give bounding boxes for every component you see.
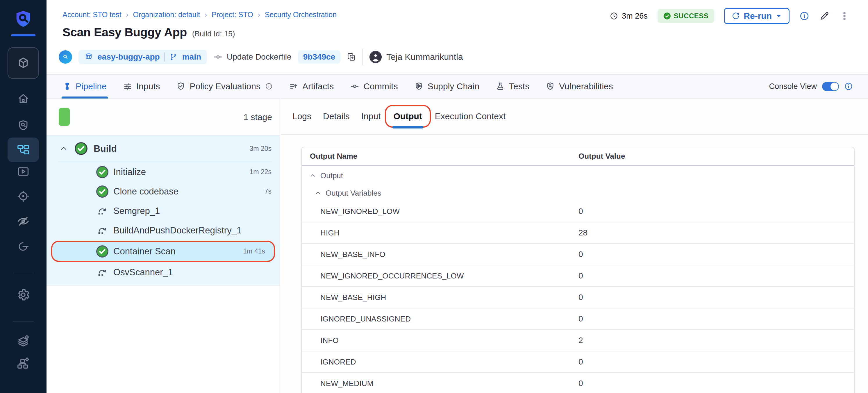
- execution-duration: 3m 26s: [622, 11, 648, 21]
- default-settings-icon[interactable]: [0, 334, 46, 347]
- tab-inputs[interactable]: Inputs: [123, 75, 160, 98]
- tab-tests[interactable]: Tests: [496, 75, 529, 98]
- stage-duration: 3m 20s: [250, 145, 272, 153]
- breadcrumb-project[interactable]: Project: STO: [212, 10, 253, 19]
- tab-pipeline[interactable]: Pipeline: [63, 75, 107, 98]
- step-row-container-scan[interactable]: Container Scan 1m 41s: [51, 241, 275, 262]
- step-row-clone-codebase[interactable]: Clone codebase 7s: [46, 182, 280, 201]
- clock-icon: [610, 11, 618, 20]
- pill-divider: [164, 52, 165, 62]
- build-meta-row: easy-buggy-app main Update Dockerfile 9b…: [59, 48, 463, 66]
- tab-input[interactable]: Input: [361, 111, 381, 121]
- harness-pipeline-execution-screen: Account: STO test › Organization: defaul…: [0, 0, 868, 393]
- execution-tab-bar: Pipeline Inputs Policy E: [46, 74, 868, 98]
- build-id-label: (Build Id: 15): [192, 29, 235, 38]
- cube-icon: [7, 48, 39, 79]
- caret-down-icon: [775, 12, 782, 20]
- column-output-value: Output Value: [579, 152, 625, 161]
- table-row: INFO2: [302, 330, 854, 352]
- table-row: HIGH28: [302, 222, 854, 244]
- tab-logs[interactable]: Logs: [292, 111, 311, 121]
- account-resources-icon[interactable]: [0, 356, 46, 370]
- left-nav-sidebar: [0, 0, 46, 393]
- repository-icon: [84, 53, 93, 61]
- tab-commits[interactable]: Commits: [350, 75, 398, 98]
- supply-chain-icon: [414, 82, 424, 91]
- step-row-semgrep[interactable]: Semgrep_1: [46, 201, 280, 221]
- step-row-initialize[interactable]: Initialize 1m 22s: [46, 162, 280, 182]
- kebab-menu-icon[interactable]: [839, 11, 849, 21]
- info-icon[interactable]: [265, 83, 273, 90]
- sidebar-item-pipelines[interactable]: [0, 138, 46, 162]
- commit-message[interactable]: Update Dockerfile: [227, 52, 291, 62]
- commit-icon: [213, 52, 223, 62]
- step-detail-tabs: Logs Details Input Output Execution Cont…: [281, 98, 868, 134]
- repo-branch-pill[interactable]: easy-buggy-app main: [79, 50, 207, 64]
- info-icon[interactable]: [844, 82, 853, 91]
- success-check-icon: [96, 245, 109, 258]
- output-table: Output Name Output Value Output Output V…: [301, 147, 855, 393]
- tab-supply-chain[interactable]: Supply Chain: [414, 75, 479, 98]
- inputs-icon: [123, 82, 132, 91]
- step-group-loop-icon: [96, 205, 109, 217]
- stage-row-build[interactable]: Build 3m 20s: [46, 135, 280, 162]
- shield-search-icon[interactable]: [0, 119, 46, 132]
- exemptions-eye-slash-icon[interactable]: [0, 214, 46, 228]
- commit-sha-pill[interactable]: 9b349ce: [298, 50, 341, 64]
- repo-name[interactable]: easy-buggy-app: [97, 52, 160, 62]
- chevron-up-icon[interactable]: [314, 189, 321, 196]
- getting-started-icon[interactable]: [0, 240, 46, 253]
- breadcrumb-organization[interactable]: Organization: default: [133, 10, 200, 19]
- step-row-build-and-push[interactable]: BuildAndPushDockerRegistry_1: [46, 221, 280, 240]
- executions-icon[interactable]: [0, 165, 46, 178]
- table-row: NEW_BASE_HIGH0: [302, 287, 854, 308]
- header-divider: [363, 49, 363, 65]
- table-row: NEW_BASE_INFO0: [302, 244, 854, 265]
- module-switcher-button[interactable]: [0, 48, 46, 79]
- breadcrumb-separator: ›: [258, 11, 260, 19]
- user-avatar-icon: [369, 51, 382, 63]
- tab-vulnerabilities[interactable]: Vulnerabilities: [546, 75, 613, 98]
- breadcrumb-account[interactable]: Account: STO test: [62, 10, 121, 19]
- chevron-up-icon[interactable]: [59, 144, 68, 153]
- author-name: Teja Kummarikuntla: [386, 52, 463, 62]
- group-row-output-variables[interactable]: Output Variables: [302, 185, 854, 201]
- breadcrumb-module[interactable]: Security Orchestration: [265, 10, 337, 19]
- test-targets-icon[interactable]: [0, 189, 46, 203]
- tab-policy-evaluations[interactable]: Policy Evaluations: [176, 75, 272, 98]
- chevron-up-icon[interactable]: [309, 172, 316, 179]
- group-row-output[interactable]: Output: [302, 166, 854, 185]
- table-row: NEW_IGNORED_OCCURRENCES_LOW0: [302, 265, 854, 287]
- stage-list-panel: 1 stage Build 3m 20s Initialize 1m 22s: [46, 98, 280, 393]
- tests-flask-icon: [496, 82, 505, 91]
- stage-name: Build: [94, 143, 117, 154]
- step-group-loop-icon: [96, 225, 109, 236]
- tab-execution-context[interactable]: Execution Context: [435, 111, 505, 121]
- tab-artifacts[interactable]: Artifacts: [289, 75, 334, 98]
- breadcrumb-separator: ›: [126, 11, 128, 19]
- table-row: IGNORED_UNASSIGNED0: [302, 308, 854, 330]
- tab-output[interactable]: Output: [385, 105, 431, 128]
- stage-status-square: [59, 108, 70, 126]
- status-badge: SUCCESS: [657, 9, 714, 23]
- rerun-button[interactable]: Re-run: [724, 8, 789, 24]
- refresh-icon: [732, 11, 740, 20]
- home-icon[interactable]: [0, 92, 46, 105]
- git-branch-icon: [169, 53, 178, 61]
- success-check-icon: [96, 185, 109, 198]
- table-row: NEW_IGNORED_LOW0: [302, 201, 854, 222]
- branch-name[interactable]: main: [182, 52, 201, 62]
- edit-pencil-icon[interactable]: [819, 11, 830, 21]
- step-row-osv-scanner[interactable]: OsvScanner_1: [46, 263, 280, 282]
- vulnerabilities-shield-icon: [546, 82, 555, 91]
- success-check-icon: [74, 142, 88, 155]
- info-icon[interactable]: [799, 11, 809, 21]
- tab-details[interactable]: Details: [323, 111, 350, 121]
- table-row: IGNORED0: [302, 352, 854, 373]
- settings-gear-icon[interactable]: [0, 288, 46, 302]
- copy-icon[interactable]: [347, 52, 356, 62]
- policy-shield-icon: [176, 82, 185, 91]
- console-view-toggle[interactable]: [822, 82, 839, 91]
- harness-sto-logo[interactable]: [0, 9, 46, 30]
- trigger-avatar-icon[interactable]: [59, 50, 72, 64]
